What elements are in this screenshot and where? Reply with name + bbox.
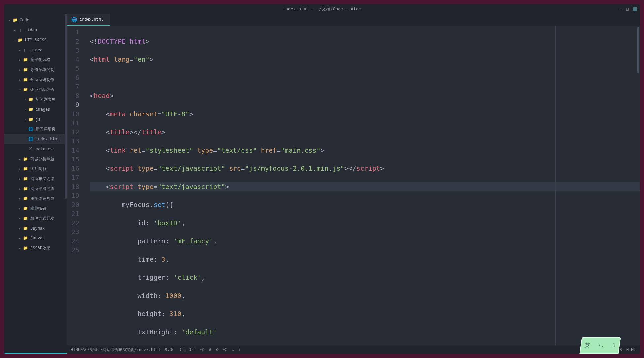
tree-item[interactable]: ▾📁企业网站综合 [4, 85, 67, 94]
tree-item[interactable]: ▸📁扁平化风格 [4, 55, 67, 65]
line-number[interactable]: 5 [67, 64, 85, 73]
tree-item[interactable]: ▾📁Code [4, 15, 67, 25]
tree-item-label: .idea [30, 48, 42, 52]
tree-item[interactable]: ▸📁images [4, 104, 67, 114]
chevron-icon[interactable]: ▸ [18, 177, 22, 181]
status-cursor[interactable]: (1, 35) [179, 347, 196, 352]
line-number[interactable]: 9 [67, 100, 85, 110]
line-number[interactable]: 14 [67, 146, 85, 155]
line-number[interactable]: 16 [67, 164, 85, 173]
tree-item[interactable]: ▸📁商城分类导航 [4, 154, 67, 164]
maximize-button[interactable]: □ [626, 7, 629, 11]
chrome-icon[interactable]: ◉ [209, 347, 211, 353]
line-number[interactable]: 12 [67, 128, 85, 137]
chevron-icon[interactable]: ▸ [23, 118, 28, 121]
tree-item[interactable]: ▸⫼.idea [4, 45, 67, 55]
folder-icon: 📁 [22, 186, 28, 191]
line-number[interactable]: 24 [67, 237, 85, 246]
line-number[interactable]: 18 [67, 182, 85, 192]
mobile-icon[interactable]: ✉ [232, 347, 234, 353]
tree-item-label: js [36, 117, 40, 122]
chevron-icon[interactable]: ▸ [23, 108, 28, 111]
tree-item[interactable]: 🌐index.html [4, 134, 67, 144]
tree-item[interactable]: ▸📁图片阴影 [4, 164, 67, 174]
ime-indicator[interactable]: 英 •، ☽ [579, 337, 621, 354]
more-icon[interactable]: ⁞ [239, 347, 240, 353]
opera-icon[interactable]: Ⓞ [223, 347, 227, 353]
line-number[interactable]: 10 [67, 110, 85, 119]
line-number[interactable]: 13 [67, 137, 85, 146]
chevron-icon[interactable]: ▸ [18, 217, 22, 220]
file-tree-sidebar[interactable]: ▾📁Code▸⫼.idea▾📁HTML&&CSS▸⫼.idea▸📁扁平化风格▸📁… [4, 14, 67, 354]
tree-item[interactable]: ▸📁用字体在网页 [4, 194, 67, 203]
tree-item[interactable]: ▸📁CSS3D效果 [4, 243, 67, 253]
editor[interactable]: 1234567891011121314151617181920212223242… [67, 26, 640, 345]
line-number[interactable]: 22 [67, 219, 85, 228]
line-number-gutter[interactable]: 1234567891011121314151617181920212223242… [67, 26, 85, 345]
chevron-icon[interactable]: ▸ [18, 236, 22, 240]
chevron-icon[interactable]: ▸ [23, 98, 28, 101]
tab-index-html[interactable]: 🌐 index.html [67, 14, 110, 26]
tree-item[interactable]: ▸📁网页布局之结 [4, 174, 67, 184]
line-number[interactable]: 1 [67, 28, 85, 37]
tree-item[interactable]: 🌐新闻详细页 [4, 124, 67, 134]
line-number[interactable]: 8 [67, 91, 85, 101]
chevron-icon[interactable]: ▸ [18, 157, 22, 161]
tree-item[interactable]: ▸📁幽灵按钮 [4, 203, 67, 213]
chevron-icon[interactable]: ▸ [18, 167, 22, 171]
editor-scrollbar[interactable] [637, 26, 640, 345]
close-button[interactable] [633, 7, 637, 11]
status-path[interactable]: HTML&&CSS/企业网站综合布局实战/index.html [71, 347, 161, 353]
line-number[interactable]: 21 [67, 209, 85, 219]
tree-item[interactable]: ▸📁网页平滑过渡 [4, 184, 67, 194]
chevron-icon[interactable]: ▾ [13, 38, 17, 42]
chevron-icon[interactable]: ▸ [18, 227, 22, 230]
line-number[interactable]: 4 [67, 55, 85, 64]
status-time: 9:36 [165, 347, 175, 352]
line-number[interactable]: 25 [67, 246, 85, 255]
chevron-icon[interactable]: ▸ [18, 197, 22, 200]
tree-item[interactable]: ▸📁新闻列表页 [4, 94, 67, 104]
tree-item-label: .idea [25, 28, 37, 32]
chevron-icon[interactable]: ▸ [18, 68, 22, 72]
tab-bar[interactable]: 🌐 index.html [67, 14, 640, 26]
tree-item[interactable]: ⦿main.css [4, 144, 67, 154]
line-number[interactable]: 15 [67, 155, 85, 164]
chevron-icon[interactable]: ▸ [18, 58, 22, 62]
chevron-icon[interactable]: ▸ [18, 78, 22, 82]
chevron-icon[interactable]: ▸ [13, 28, 17, 32]
tree-item[interactable]: ▸📁Canvas [4, 233, 67, 243]
tree-item-label: 图片阴影 [30, 166, 46, 172]
line-number[interactable]: 19 [67, 191, 85, 200]
line-number[interactable]: 3 [67, 46, 85, 55]
line-number[interactable]: 2 [67, 37, 85, 46]
line-number[interactable]: 7 [67, 82, 85, 91]
folder-icon: 📁 [22, 157, 28, 161]
firefox-icon[interactable]: ◐ [216, 347, 218, 353]
tree-item[interactable]: ▸⫼.idea [4, 25, 67, 35]
chevron-icon[interactable]: ▸ [18, 246, 22, 250]
code-area[interactable]: <!DOCTYPE html> <html lang="en"> <head> … [85, 26, 640, 345]
line-number[interactable]: 20 [67, 200, 85, 210]
chevron-icon[interactable]: ▾ [18, 88, 22, 91]
chevron-icon[interactable]: ▾ [7, 18, 12, 22]
tree-item-label: 分页页码制作 [30, 77, 54, 83]
tree-item[interactable]: ▸📁组件方式开发 [4, 213, 67, 223]
chevron-icon[interactable]: ▸ [18, 187, 22, 191]
minimize-button[interactable]: — [620, 7, 623, 11]
line-number[interactable]: 11 [67, 119, 85, 128]
line-number[interactable]: 17 [67, 173, 85, 182]
window-title: index.html — ~/文档/Code — Atom [283, 6, 361, 12]
titlebar[interactable]: index.html — ~/文档/Code — Atom — □ [4, 4, 640, 14]
line-number[interactable]: 23 [67, 228, 85, 237]
tree-item[interactable]: ▸📁js [4, 114, 67, 124]
tree-item[interactable]: ▾📁HTML&&CSS [4, 35, 67, 45]
tree-item[interactable]: ▸📁分页页码制作 [4, 75, 67, 85]
line-number[interactable]: 6 [67, 73, 85, 83]
tree-item[interactable]: ▸📁Baymax [4, 223, 67, 233]
chevron-icon[interactable]: ▸ [18, 207, 22, 210]
browser-icon[interactable]: ⓔ [200, 347, 204, 353]
status-grammar[interactable]: HTML [626, 347, 636, 352]
chevron-icon[interactable]: ▸ [18, 48, 22, 52]
tree-item[interactable]: ▸📁导航菜单的制 [4, 65, 67, 75]
